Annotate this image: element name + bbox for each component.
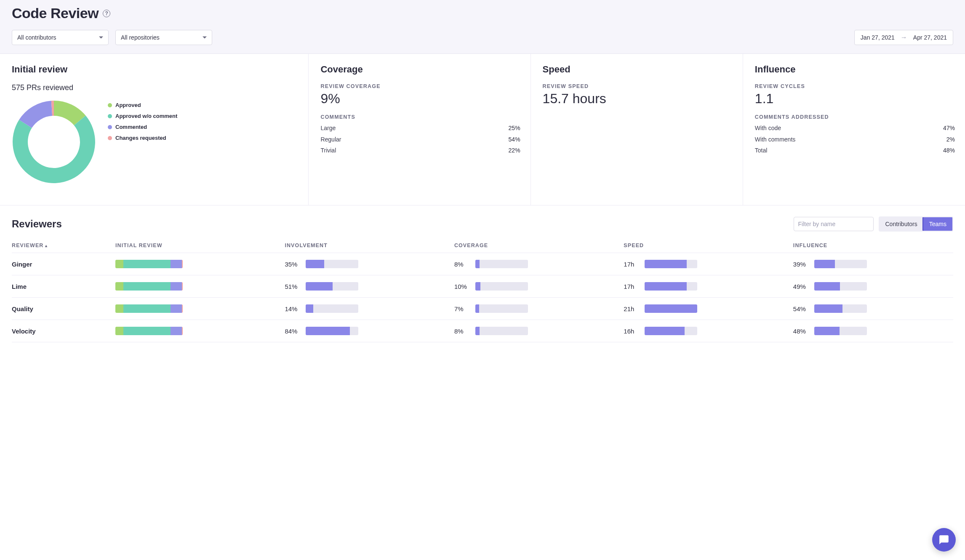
coverage-bar-fill — [475, 304, 479, 313]
kv-value: 47% — [943, 123, 955, 134]
table-row[interactable]: Velocity84%8%16h48% — [12, 320, 953, 342]
comments-addressed-list: With code47%With comments2%Total48% — [755, 123, 955, 156]
col-initial-review[interactable]: INITIAL REVIEW — [115, 239, 285, 253]
kv-value: 22% — [509, 145, 520, 156]
influence-value: 39% — [793, 261, 809, 268]
speed-cell: 16h — [624, 327, 789, 335]
kv-key: With comments — [755, 134, 795, 145]
speed-cell: 21h — [624, 304, 789, 313]
stack-segment — [115, 282, 123, 291]
kv-value: 25% — [509, 123, 520, 134]
involvement-cell: 51% — [285, 282, 450, 291]
coverage-value: 8% — [454, 328, 470, 335]
reviewer-name: Ginger — [12, 253, 115, 275]
toggle-teams-button[interactable]: Teams — [922, 216, 953, 232]
comments-label: COMMENTS — [320, 114, 520, 120]
contributors-select[interactable]: All contributors — [12, 30, 109, 45]
toggle-contributors-button[interactable]: Contributors — [880, 217, 923, 231]
sort-asc-icon: ▴ — [45, 243, 48, 248]
kpi-influence: Influence REVIEW CYCLES 1.1 COMMENTS ADD… — [743, 54, 965, 205]
kv-key: Total — [755, 145, 768, 156]
influence-cell: 39% — [793, 260, 949, 268]
coverage-value: 10% — [454, 283, 470, 290]
help-icon[interactable]: ? — [103, 10, 110, 17]
legend-dot-icon — [108, 136, 112, 140]
coverage-value: 7% — [454, 305, 470, 312]
involvement-bar-fill — [306, 304, 313, 313]
stack-segment — [182, 282, 183, 291]
speed-value: 21h — [624, 305, 640, 312]
kpi-grid: Initial review 575 PRs reviewed Approved… — [0, 54, 965, 205]
stack-segment — [182, 260, 183, 268]
stack-segment — [115, 327, 123, 335]
col-involvement[interactable]: INVOLVEMENT — [285, 239, 454, 253]
involvement-bar-fill — [306, 327, 350, 335]
influence-bar-fill — [814, 304, 843, 313]
contributors-teams-toggle: Contributors Teams — [879, 216, 954, 232]
legend-label: Commented — [115, 122, 147, 133]
kv-value: 2% — [946, 134, 955, 145]
stack-segment — [123, 327, 171, 335]
initial-review-cell — [115, 320, 285, 342]
coverage-bar — [475, 260, 528, 268]
legend-item: Commented — [108, 122, 177, 133]
initial-review-cell — [115, 298, 285, 320]
kpi-title: Initial review — [12, 64, 298, 75]
chevron-down-icon — [99, 37, 103, 39]
influence-value: 49% — [793, 283, 809, 290]
col-influence[interactable]: INFLUENCE — [793, 239, 953, 253]
section-title: Reviewers — [12, 218, 62, 230]
influence-bar-fill — [814, 282, 840, 291]
initial-review-cell — [115, 275, 285, 298]
filter-by-name-input[interactable] — [794, 217, 874, 231]
kv-row: Regular54% — [320, 134, 520, 145]
kv-row: With comments2% — [755, 134, 955, 145]
kpi-title: Speed — [543, 64, 733, 75]
date-range-picker[interactable]: Jan 27, 2021 → Apr 27, 2021 — [854, 30, 953, 45]
speed-value: 17h — [624, 283, 640, 290]
col-speed[interactable]: SPEED — [624, 239, 793, 253]
stack-segment — [123, 260, 171, 268]
kv-value: 54% — [509, 134, 520, 145]
legend-item: Approved w/o comment — [108, 111, 177, 122]
contributors-select-label: All contributors — [17, 34, 56, 41]
reviewers-section: Reviewers Contributors Teams REVIEWER▴ I… — [0, 205, 965, 355]
speed-bar-fill — [645, 327, 685, 335]
metric-label: REVIEW SPEED — [543, 83, 733, 89]
involvement-bar-fill — [306, 282, 333, 291]
influence-bar — [814, 260, 867, 268]
stack-segment — [123, 304, 171, 313]
donut-slice — [13, 116, 95, 183]
col-reviewer[interactable]: REVIEWER▴ — [12, 239, 115, 253]
influence-cell: 54% — [793, 304, 949, 313]
review-coverage-value: 9% — [320, 91, 520, 107]
review-speed-value: 15.7 hours — [543, 91, 733, 107]
kpi-speed: Speed REVIEW SPEED 15.7 hours — [531, 54, 743, 205]
legend-label: Approved — [115, 100, 141, 111]
date-from: Jan 27, 2021 — [861, 34, 895, 41]
stack-segment — [123, 282, 171, 291]
stack-segment — [171, 327, 182, 335]
stack-segment — [182, 304, 183, 313]
reviewer-name: Velocity — [12, 320, 115, 342]
speed-bar-fill — [645, 260, 687, 268]
arrow-right-icon: → — [901, 34, 907, 41]
repositories-select[interactable]: All repositories — [115, 30, 212, 45]
reviewer-name: Lime — [12, 275, 115, 298]
involvement-value: 51% — [285, 283, 301, 290]
kpi-title: Influence — [755, 64, 955, 75]
influence-bar — [814, 282, 867, 291]
involvement-bar — [306, 304, 358, 313]
coverage-cell: 8% — [454, 327, 619, 335]
table-row[interactable]: Lime51%10%17h49% — [12, 275, 953, 298]
involvement-value: 35% — [285, 261, 301, 268]
kpi-coverage: Coverage REVIEW COVERAGE 9% COMMENTS Lar… — [309, 54, 530, 205]
coverage-cell: 8% — [454, 260, 619, 268]
page-title: Code Review — [12, 5, 99, 21]
col-coverage[interactable]: COVERAGE — [454, 239, 624, 253]
involvement-value: 84% — [285, 328, 301, 335]
table-row[interactable]: Ginger35%8%17h39% — [12, 253, 953, 275]
coverage-bar-fill — [475, 260, 480, 268]
table-row[interactable]: Quality14%7%21h54% — [12, 298, 953, 320]
stack-segment — [182, 327, 183, 335]
